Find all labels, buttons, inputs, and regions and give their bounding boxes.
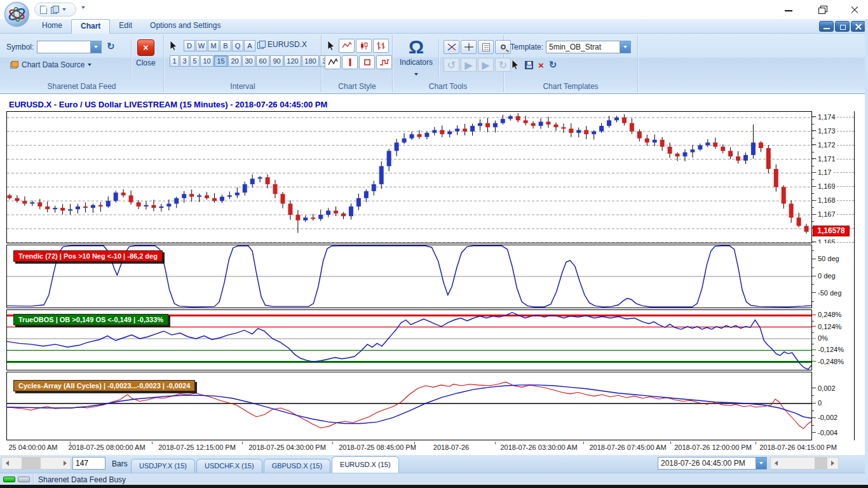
- ribbon-tab-chart[interactable]: Chart: [71, 19, 110, 34]
- window-arrange-icon[interactable]: [51, 6, 58, 13]
- chart-h-scrollbar[interactable]: [1, 457, 71, 470]
- template-label: Template:: [510, 43, 543, 51]
- bars-count-input[interactable]: [72, 457, 105, 470]
- trendic-panel[interactable]: Trendic (72) | Pos >10 Neg <-10 | -86,2 …: [6, 245, 812, 308]
- period-button-w[interactable]: W: [196, 40, 207, 51]
- symbol-combobox[interactable]: [37, 41, 102, 53]
- time-h-scrollbar[interactable]: [770, 457, 839, 470]
- axis-tick: [812, 259, 816, 259]
- pointer-select-icon[interactable]: [327, 41, 336, 51]
- scroll-left-button[interactable]: [2, 458, 13, 469]
- axis-minor-tick: [812, 166, 814, 166]
- interval-button-1[interactable]: 1: [170, 55, 179, 67]
- step-style-button[interactable]: [376, 55, 392, 69]
- interval-button-10[interactable]: 10: [200, 55, 214, 67]
- time-axis-tick: [70, 442, 71, 444]
- axis-label: 1,173: [817, 126, 837, 135]
- reload-template-icon[interactable]: ↻: [549, 59, 557, 71]
- template-dropdown-button[interactable]: [620, 41, 630, 53]
- refresh-symbol-icon[interactable]: ↻: [107, 41, 115, 52]
- symbol-tab-usdchf-x-15[interactable]: USDCHF.X (15): [196, 459, 262, 473]
- symbol-dropdown-button[interactable]: [90, 41, 101, 53]
- axis-tick: [812, 338, 816, 339]
- axis-tick: [812, 388, 816, 388]
- ribbon-tab-home[interactable]: Home: [33, 19, 71, 34]
- period-button-b[interactable]: B: [220, 40, 231, 51]
- volume-style-button[interactable]: [342, 55, 358, 69]
- indicators-button[interactable]: Ω Indicators: [398, 37, 435, 78]
- last-price-tag: 1,16578: [813, 226, 850, 236]
- axis-minor-tick: [812, 332, 814, 333]
- scroll-right-button[interactable]: [60, 458, 71, 469]
- datetime-dropdown-button[interactable]: [756, 458, 766, 469]
- ribbon-tab-options-and-settings[interactable]: Options and Settings: [141, 19, 229, 34]
- interval-button-15[interactable]: 15: [214, 55, 227, 67]
- scrollbar-thumb[interactable]: [22, 458, 41, 469]
- interval-button-3[interactable]: 3: [180, 55, 189, 67]
- scrollbar-track[interactable]: [782, 458, 827, 469]
- data-window-tool-button[interactable]: [478, 40, 494, 54]
- pointer-select-icon[interactable]: [512, 60, 520, 70]
- axis-minor-tick: [812, 207, 814, 208]
- period-button-d[interactable]: D: [184, 40, 195, 51]
- ribbon-tab-edit[interactable]: Edit: [110, 19, 141, 34]
- price-panel[interactable]: [6, 111, 812, 243]
- restore-button[interactable]: [813, 3, 830, 16]
- close-chart-button[interactable]: × Close: [136, 39, 156, 67]
- zigzag-style-button[interactable]: [325, 55, 341, 69]
- interval-button-30[interactable]: 30: [242, 55, 255, 67]
- interval-button-90[interactable]: 90: [270, 55, 283, 67]
- pointer-select-icon[interactable]: [170, 41, 178, 51]
- chart-symbol-chip[interactable]: EURUSD.X: [257, 40, 307, 49]
- symbol-tab-usdjpy-x-15[interactable]: USDJPY.X (15): [131, 459, 195, 473]
- symbol-tab-gbpusd-x-15[interactable]: GBPUSD.X (15): [264, 459, 330, 473]
- new-document-icon[interactable]: [40, 6, 47, 14]
- bar-style-button[interactable]: [373, 39, 389, 53]
- symbol-label: Symbol:: [6, 43, 34, 51]
- template-combobox[interactable]: 5min_OB_Strat: [546, 41, 631, 53]
- close-button[interactable]: [846, 3, 863, 16]
- scroll-left-button[interactable]: [771, 458, 782, 469]
- period-button-m[interactable]: M: [208, 40, 219, 51]
- save-template-icon[interactable]: [525, 61, 533, 69]
- delete-template-icon[interactable]: ×: [538, 60, 544, 71]
- app-logo-icon[interactable]: [4, 1, 30, 27]
- mdi-close-button[interactable]: [851, 21, 865, 32]
- interval-button-5[interactable]: 5: [190, 55, 200, 67]
- chevron-down-icon[interactable]: [62, 8, 66, 11]
- minimize-button[interactable]: [780, 3, 797, 16]
- interval-button-180[interactable]: 180: [302, 55, 319, 67]
- line-style-button[interactable]: [339, 39, 355, 53]
- symbol-tab-eurusd-x-15[interactable]: EURUSD.X (15): [332, 456, 398, 473]
- axis-label: 0,002: [817, 384, 837, 393]
- step-back-button[interactable]: ▶: [461, 58, 477, 72]
- template-actions: × ↻: [512, 59, 557, 71]
- mdi-minimize-button[interactable]: [819, 21, 834, 32]
- axis-label: 0,124%: [817, 322, 843, 331]
- chart-data-source-button[interactable]: Chart Data Source: [10, 60, 92, 69]
- cycles-panel[interactable]: Cycles-Array (All Cycles) | -0,0023...-0…: [6, 372, 812, 440]
- mdi-restore-button[interactable]: [835, 21, 850, 32]
- period-button-a[interactable]: A: [244, 40, 255, 51]
- chart-data-source-label: Chart Data Source: [22, 60, 85, 69]
- interval-button-120[interactable]: 120: [284, 55, 301, 67]
- step-forward-button[interactable]: ▶: [478, 58, 494, 72]
- scrollbar-thumb[interactable]: [815, 458, 827, 469]
- crosshair-tool-button[interactable]: [461, 40, 477, 54]
- trueobos-panel[interactable]: TrueOBOS | OB >0,149 OS <-0,149 | -0,333…: [6, 309, 812, 370]
- interval-button-60[interactable]: 60: [256, 55, 269, 67]
- trendline-tool-button[interactable]: [444, 40, 459, 54]
- trendic-indicator-label: Trendic (72) | Pos >10 Neg <-10 | -86,2 …: [13, 250, 163, 262]
- axis-right-border: [854, 111, 855, 440]
- qat-customize-icon[interactable]: [81, 6, 85, 9]
- candlestick-style-button[interactable]: [356, 39, 372, 53]
- datetime-combobox[interactable]: 2018-07-26 04:45:00 PM: [658, 457, 767, 470]
- interval-button-20[interactable]: 20: [228, 55, 241, 67]
- period-button-q[interactable]: Q: [232, 40, 243, 51]
- data-source-icon: [10, 61, 18, 69]
- scroll-right-button[interactable]: [827, 458, 838, 469]
- scrollbar-track[interactable]: [13, 458, 60, 469]
- axis-minor-tick: [812, 152, 814, 152]
- undo-button[interactable]: ↺: [444, 58, 459, 72]
- box-style-button[interactable]: [359, 55, 375, 69]
